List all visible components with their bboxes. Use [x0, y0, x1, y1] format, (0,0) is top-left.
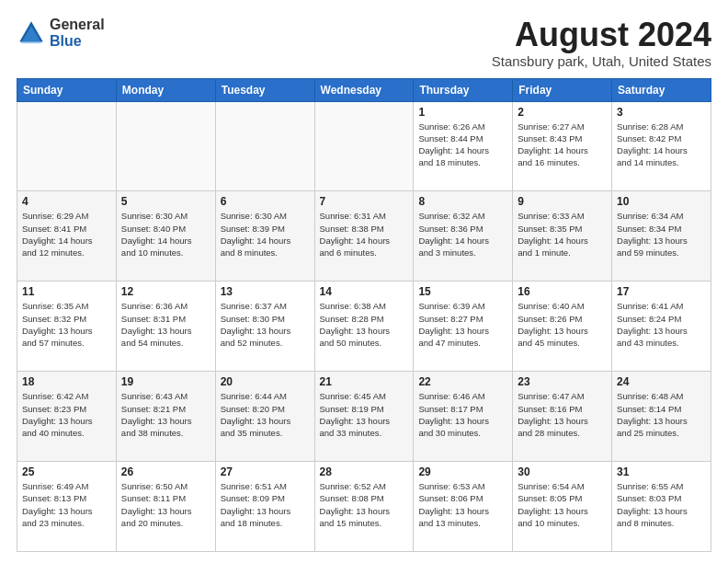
header-sunday: Sunday [17, 78, 117, 101]
cell-3-5: 23Sunrise: 6:47 AM Sunset: 8:16 PM Dayli… [513, 372, 612, 462]
cell-3-2: 20Sunrise: 6:44 AM Sunset: 8:20 PM Dayli… [215, 372, 314, 462]
day-number-22: 22 [418, 375, 507, 388]
day-info-3: Sunrise: 6:28 AM Sunset: 8:42 PM Dayligh… [617, 121, 706, 169]
cell-4-6: 31Sunrise: 6:55 AM Sunset: 8:03 PM Dayli… [612, 462, 711, 552]
cell-3-4: 22Sunrise: 6:46 AM Sunset: 8:17 PM Dayli… [414, 372, 513, 462]
cell-1-6: 10Sunrise: 6:34 AM Sunset: 8:34 PM Dayli… [612, 191, 711, 282]
day-number-31: 31 [617, 465, 706, 478]
day-number-2: 2 [518, 106, 607, 119]
day-number-6: 6 [221, 195, 310, 208]
cell-0-2 [215, 101, 314, 191]
day-number-14: 14 [320, 285, 409, 298]
header-tuesday: Tuesday [215, 78, 314, 101]
cell-4-4: 29Sunrise: 6:53 AM Sunset: 8:06 PM Dayli… [414, 462, 513, 552]
week-row-4: 25Sunrise: 6:49 AM Sunset: 8:13 PM Dayli… [17, 462, 711, 552]
cell-2-6: 17Sunrise: 6:41 AM Sunset: 8:24 PM Dayli… [612, 282, 711, 372]
cell-4-5: 30Sunrise: 6:54 AM Sunset: 8:05 PM Dayli… [513, 462, 612, 552]
cell-0-4: 1Sunrise: 6:26 AM Sunset: 8:44 PM Daylig… [414, 101, 513, 191]
cell-2-2: 13Sunrise: 6:37 AM Sunset: 8:30 PM Dayli… [215, 282, 314, 372]
day-info-19: Sunrise: 6:43 AM Sunset: 8:21 PM Dayligh… [121, 390, 210, 439]
cell-2-4: 15Sunrise: 6:39 AM Sunset: 8:27 PM Dayli… [414, 282, 513, 372]
logo-blue-text: Blue [50, 33, 105, 50]
week-row-1: 4Sunrise: 6:29 AM Sunset: 8:41 PM Daylig… [17, 191, 711, 282]
cell-3-6: 24Sunrise: 6:48 AM Sunset: 8:14 PM Dayli… [612, 372, 711, 462]
cell-4-2: 27Sunrise: 6:51 AM Sunset: 8:09 PM Dayli… [215, 462, 314, 552]
logo-general-text: General [50, 17, 105, 33]
day-info-26: Sunrise: 6:50 AM Sunset: 8:11 PM Dayligh… [121, 480, 210, 529]
day-number-5: 5 [121, 195, 210, 208]
cell-2-0: 11Sunrise: 6:35 AM Sunset: 8:32 PM Dayli… [17, 282, 117, 372]
cell-3-3: 21Sunrise: 6:45 AM Sunset: 8:19 PM Dayli… [314, 372, 414, 462]
day-info-8: Sunrise: 6:32 AM Sunset: 8:36 PM Dayligh… [418, 210, 507, 259]
header-monday: Monday [116, 78, 215, 101]
day-number-3: 3 [617, 106, 706, 119]
cell-0-6: 3Sunrise: 6:28 AM Sunset: 8:42 PM Daylig… [612, 101, 711, 191]
cell-0-0 [17, 101, 117, 191]
cell-1-4: 8Sunrise: 6:32 AM Sunset: 8:36 PM Daylig… [414, 191, 513, 282]
day-info-27: Sunrise: 6:51 AM Sunset: 8:09 PM Dayligh… [221, 480, 310, 529]
day-info-5: Sunrise: 6:30 AM Sunset: 8:40 PM Dayligh… [121, 210, 210, 259]
cell-2-1: 12Sunrise: 6:36 AM Sunset: 8:31 PM Dayli… [116, 282, 215, 372]
subtitle: Stansbury park, Utah, United States [492, 53, 711, 69]
title-block: August 2024 Stansbury park, Utah, United… [492, 17, 711, 69]
cell-4-1: 26Sunrise: 6:50 AM Sunset: 8:11 PM Dayli… [116, 462, 215, 552]
header-saturday: Saturday [612, 78, 711, 101]
cell-3-1: 19Sunrise: 6:43 AM Sunset: 8:21 PM Dayli… [116, 372, 215, 462]
day-number-13: 13 [221, 285, 310, 298]
week-row-0: 1Sunrise: 6:26 AM Sunset: 8:44 PM Daylig… [17, 101, 711, 191]
day-number-20: 20 [221, 375, 310, 388]
cell-1-0: 4Sunrise: 6:29 AM Sunset: 8:41 PM Daylig… [17, 191, 117, 282]
day-info-1: Sunrise: 6:26 AM Sunset: 8:44 PM Dayligh… [418, 121, 507, 169]
calendar-table: Sunday Monday Tuesday Wednesday Thursday… [17, 78, 711, 552]
day-info-12: Sunrise: 6:36 AM Sunset: 8:31 PM Dayligh… [121, 300, 210, 349]
logo-text: General Blue [50, 17, 105, 49]
day-number-24: 24 [617, 375, 706, 388]
header-wednesday: Wednesday [314, 78, 414, 101]
day-number-16: 16 [518, 285, 607, 298]
cell-2-5: 16Sunrise: 6:40 AM Sunset: 8:26 PM Dayli… [513, 282, 612, 372]
day-number-17: 17 [617, 285, 706, 298]
day-info-10: Sunrise: 6:34 AM Sunset: 8:34 PM Dayligh… [617, 210, 706, 259]
day-info-28: Sunrise: 6:52 AM Sunset: 8:08 PM Dayligh… [320, 480, 409, 529]
header-thursday: Thursday [414, 78, 513, 101]
cell-2-3: 14Sunrise: 6:38 AM Sunset: 8:28 PM Dayli… [314, 282, 414, 372]
day-info-15: Sunrise: 6:39 AM Sunset: 8:27 PM Dayligh… [418, 300, 507, 349]
cell-1-5: 9Sunrise: 6:33 AM Sunset: 8:35 PM Daylig… [513, 191, 612, 282]
cell-3-0: 18Sunrise: 6:42 AM Sunset: 8:23 PM Dayli… [17, 372, 117, 462]
day-number-30: 30 [518, 465, 607, 478]
day-number-27: 27 [221, 465, 310, 478]
day-info-14: Sunrise: 6:38 AM Sunset: 8:28 PM Dayligh… [320, 300, 409, 349]
day-number-25: 25 [22, 465, 111, 478]
day-info-18: Sunrise: 6:42 AM Sunset: 8:23 PM Dayligh… [22, 390, 111, 439]
week-row-2: 11Sunrise: 6:35 AM Sunset: 8:32 PM Dayli… [17, 282, 711, 372]
week-row-3: 18Sunrise: 6:42 AM Sunset: 8:23 PM Dayli… [17, 372, 711, 462]
day-number-28: 28 [320, 465, 409, 478]
cell-0-5: 2Sunrise: 6:27 AM Sunset: 8:43 PM Daylig… [513, 101, 612, 191]
cell-1-1: 5Sunrise: 6:30 AM Sunset: 8:40 PM Daylig… [116, 191, 215, 282]
day-info-17: Sunrise: 6:41 AM Sunset: 8:24 PM Dayligh… [617, 300, 706, 349]
day-info-16: Sunrise: 6:40 AM Sunset: 8:26 PM Dayligh… [518, 300, 607, 349]
weekday-header-row: Sunday Monday Tuesday Wednesday Thursday… [17, 78, 711, 101]
day-number-1: 1 [418, 106, 507, 119]
main-title: August 2024 [492, 17, 711, 53]
day-number-9: 9 [518, 195, 607, 208]
day-info-31: Sunrise: 6:55 AM Sunset: 8:03 PM Dayligh… [617, 480, 706, 529]
day-info-2: Sunrise: 6:27 AM Sunset: 8:43 PM Dayligh… [518, 121, 607, 169]
logo-icon [17, 18, 46, 48]
day-number-12: 12 [121, 285, 210, 298]
day-number-23: 23 [518, 375, 607, 388]
cell-4-3: 28Sunrise: 6:52 AM Sunset: 8:08 PM Dayli… [314, 462, 414, 552]
day-info-22: Sunrise: 6:46 AM Sunset: 8:17 PM Dayligh… [418, 390, 507, 439]
day-number-15: 15 [418, 285, 507, 298]
day-number-19: 19 [121, 375, 210, 388]
day-info-29: Sunrise: 6:53 AM Sunset: 8:06 PM Dayligh… [418, 480, 507, 529]
day-info-11: Sunrise: 6:35 AM Sunset: 8:32 PM Dayligh… [22, 300, 111, 349]
day-info-4: Sunrise: 6:29 AM Sunset: 8:41 PM Dayligh… [22, 210, 111, 259]
day-number-21: 21 [320, 375, 409, 388]
day-number-18: 18 [22, 375, 111, 388]
day-info-6: Sunrise: 6:30 AM Sunset: 8:39 PM Dayligh… [221, 210, 310, 259]
day-info-9: Sunrise: 6:33 AM Sunset: 8:35 PM Dayligh… [518, 210, 607, 259]
day-number-4: 4 [22, 195, 111, 208]
header: General Blue August 2024 Stansbury park,… [17, 17, 711, 69]
day-info-24: Sunrise: 6:48 AM Sunset: 8:14 PM Dayligh… [617, 390, 706, 439]
